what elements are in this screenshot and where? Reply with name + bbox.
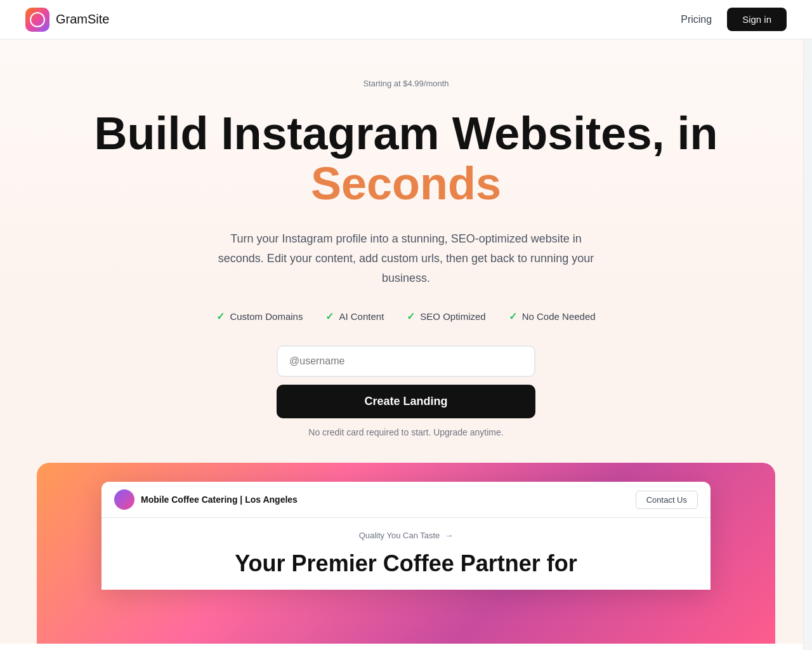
preview-browser: Mobile Coffee Catering | Los Angeles Con… xyxy=(102,482,710,590)
browser-contact-button[interactable]: Contact Us xyxy=(636,491,698,509)
username-input[interactable] xyxy=(277,345,535,377)
feature-custom-domains: ✓ Custom Domains xyxy=(216,310,303,322)
hero-subtext: Turn your Instagram profile into a stunn… xyxy=(209,229,603,288)
logo-icon xyxy=(25,8,49,32)
navbar: GramSite Pricing Sign in xyxy=(0,0,812,39)
create-landing-button[interactable]: Create Landing xyxy=(277,385,535,418)
logo-text: GramSite xyxy=(56,12,109,27)
browser-logo-circle xyxy=(114,489,134,510)
feature-seo: ✓ SEO Optimized xyxy=(407,310,485,322)
browser-logo-area: Mobile Coffee Catering | Los Angeles xyxy=(114,489,298,510)
feature-label-3: SEO Optimized xyxy=(420,311,485,322)
pricing-link[interactable]: Pricing xyxy=(681,14,712,25)
hero-heading-accent: Seconds xyxy=(311,158,501,209)
navbar-right: Pricing Sign in xyxy=(681,8,787,31)
hero-badge: Starting at $4.99/month xyxy=(363,79,449,88)
feature-ai-content: ✓ AI Content xyxy=(325,310,384,322)
hero-section: Starting at $4.99/month Build Instagram … xyxy=(0,39,812,644)
hero-heading: Build Instagram Websites, in Seconds xyxy=(57,109,755,209)
browser-title-text: Mobile Coffee Catering | Los Angeles xyxy=(141,494,298,505)
features-row: ✓ Custom Domains ✓ AI Content ✓ SEO Opti… xyxy=(25,310,787,322)
feature-no-code: ✓ No Code Needed xyxy=(509,310,596,322)
no-credit-text: No credit card required to start. Upgrad… xyxy=(25,427,787,437)
signin-button[interactable]: Sign in xyxy=(727,8,787,31)
preview-section: Mobile Coffee Catering | Los Angeles Con… xyxy=(37,463,775,644)
hero-heading-part1: Build Instagram Websites, in xyxy=(95,108,718,159)
username-input-group xyxy=(277,345,535,377)
scrollbar[interactable] xyxy=(803,0,812,650)
check-icon-3: ✓ xyxy=(407,310,415,322)
logo-link[interactable]: GramSite xyxy=(25,8,109,32)
browser-bar: Mobile Coffee Catering | Los Angeles Con… xyxy=(102,482,710,518)
browser-content: Quality You Can Taste → Your Premier Cof… xyxy=(102,518,710,590)
check-icon-4: ✓ xyxy=(509,310,517,322)
feature-label-2: AI Content xyxy=(339,311,384,322)
browser-tagline-text: Quality You Can Taste xyxy=(359,531,440,540)
feature-label-4: No Code Needed xyxy=(522,311,596,322)
browser-main-heading: Your Premier Coffee Partner for xyxy=(127,550,685,577)
feature-label-1: Custom Domains xyxy=(230,311,303,322)
check-icon-2: ✓ xyxy=(325,310,334,322)
browser-tagline-arrow: → xyxy=(445,531,453,540)
browser-tagline: Quality You Can Taste → xyxy=(127,531,685,540)
check-icon-1: ✓ xyxy=(216,310,225,322)
